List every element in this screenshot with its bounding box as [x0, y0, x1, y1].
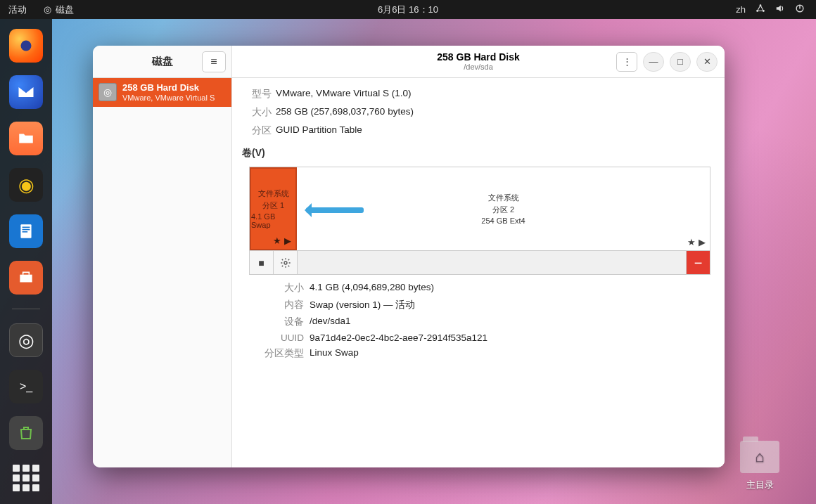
detail-device-value: /dev/sda1 — [310, 316, 710, 328]
size-value: 258 GB (257,698,037,760 bytes) — [276, 106, 710, 119]
system-tray: zh — [736, 4, 816, 15]
volume-toolbar: ■ − — [250, 250, 710, 274]
volumes-box: 文件系统 分区 1 4.1 GB Swap ★▶ 文件系统 分区 2 254 G… — [249, 167, 710, 275]
size-label: 大小 — [241, 106, 272, 119]
disks-sidebar: 磁盘 ≡ ◎ 258 GB Hard Disk VMware, VMware V… — [93, 46, 232, 467]
top-bar: 活动 ◎ 磁盘 6月6日 16：10 zh — [0, 0, 816, 19]
svg-point-9 — [284, 261, 287, 264]
folder-icon: ⌂ — [740, 441, 779, 473]
model-label: 型号 — [241, 88, 272, 101]
home-icon: ⌂ — [755, 448, 764, 466]
delete-partition-button[interactable]: − — [686, 251, 710, 274]
sidebar-disk-item[interactable]: ◎ 258 GB Hard Disk VMware, VMware Virtua… — [93, 78, 231, 107]
drive-info: 型号 VMware, VMware Virtual S (1.0) 大小 258… — [241, 88, 710, 137]
detail-size-value: 4.1 GB (4,094,689,280 bytes) — [310, 282, 710, 295]
drive-menu-button[interactable]: ⋮ — [616, 52, 637, 72]
vol-swap-l1: 文件系统 — [258, 188, 289, 199]
detail-device-label: 设备 — [249, 316, 304, 328]
vol-ext4-l2: 分区 2 — [492, 205, 514, 215]
svg-rect-6 — [23, 227, 30, 228]
dock-trash[interactable] — [9, 416, 43, 450]
disks-window: 磁盘 ≡ ◎ 258 GB Hard Disk VMware, VMware V… — [93, 46, 725, 467]
annotation-arrow — [306, 207, 364, 213]
play-icon: ▶ — [284, 235, 291, 246]
dock-files[interactable] — [9, 122, 43, 155]
desktop-home-label: 主目录 — [732, 479, 788, 491]
main-content: 型号 VMware, VMware Virtual S (1.0) 大小 258… — [232, 78, 725, 467]
header-subtitle: /dev/sda — [437, 63, 520, 72]
main-panel: 258 GB Hard Disk /dev/sda ⋮ — □ ✕ 型号 VMw… — [232, 46, 725, 467]
dock-show-apps[interactable] — [13, 465, 39, 491]
dock-firefox[interactable] — [9, 29, 43, 63]
partitioning-value: GUID Partition Table — [276, 124, 710, 137]
svg-rect-7 — [23, 229, 30, 231]
app-menu[interactable]: ◎ 磁盘 — [35, 4, 82, 16]
svg-point-4 — [21, 41, 32, 51]
dock-disks[interactable]: ◎ — [9, 323, 43, 357]
volume-icon[interactable] — [775, 4, 785, 15]
vol-ext4-l1: 文件系统 — [488, 193, 519, 203]
input-method[interactable]: zh — [736, 4, 746, 15]
detail-type-label: 分区类型 — [249, 347, 304, 360]
vol-ext4-l3: 254 GB Ext4 — [481, 217, 525, 225]
volume-swap-partition[interactable]: 文件系统 分区 1 4.1 GB Swap ★▶ — [250, 167, 297, 250]
dock-thunderbird[interactable] — [9, 75, 43, 109]
hamburger-menu-button[interactable]: ≡ — [202, 51, 226, 72]
detail-size-label: 大小 — [249, 282, 304, 295]
network-icon[interactable] — [756, 4, 765, 15]
volume-detail: 大小 4.1 GB (4,094,689,280 bytes) 内容 Swap … — [249, 282, 710, 360]
detail-type-value: Linux Swap — [310, 347, 710, 360]
sidebar-header: 磁盘 ≡ — [93, 46, 231, 78]
model-value: VMware, VMware Virtual S (1.0) — [276, 88, 710, 101]
header-title: 258 GB Hard Disk — [437, 51, 520, 63]
detail-uuid-label: UUID — [249, 332, 304, 343]
volumes-section-title: 卷(V) — [242, 147, 710, 160]
hard-disk-icon: ◎ — [98, 83, 117, 101]
vol-swap-l3: 4.1 GB Swap — [251, 212, 295, 229]
dock-rhythmbox[interactable]: ◉ — [9, 168, 43, 202]
activities-button[interactable]: 活动 — [0, 4, 35, 16]
dock-libreoffice-writer[interactable] — [9, 214, 43, 248]
desktop-home-folder[interactable]: ⌂ 主目录 — [732, 441, 788, 491]
maximize-button[interactable]: □ — [670, 52, 691, 72]
play-icon: ▶ — [699, 237, 706, 247]
dock-ubuntu-software[interactable] — [9, 261, 43, 295]
disk-item-sub: VMware, VMware Virtual S — [122, 93, 215, 103]
vol-swap-l2: 分区 1 — [262, 200, 284, 211]
clock[interactable]: 6月6日 16：10 — [378, 4, 438, 16]
dock-separator — [12, 309, 40, 309]
power-icon[interactable] — [795, 4, 805, 15]
app-menu-label: 磁盘 — [56, 4, 74, 16]
close-button[interactable]: ✕ — [696, 52, 718, 72]
disk-icon: ◎ — [44, 4, 51, 15]
detail-content-value: Swap (version 1) — 活动 — [310, 299, 710, 311]
dock: ◉ ◎ >_ — [0, 19, 52, 504]
main-header: 258 GB Hard Disk /dev/sda ⋮ — □ ✕ — [232, 46, 725, 78]
detail-uuid-value: 9a71d4e2-0ec2-4bc2-aee7-2914f535a121 — [310, 332, 710, 343]
sidebar-title: 磁盘 — [152, 55, 173, 68]
unmount-button[interactable]: ■ — [250, 251, 274, 274]
volume-settings-button[interactable] — [274, 251, 298, 274]
minimize-button[interactable]: — — [643, 52, 664, 72]
toolbar-spacer — [298, 251, 686, 274]
star-icon: ★ — [273, 235, 281, 246]
star-icon: ★ — [687, 237, 696, 247]
disk-item-name: 258 GB Hard Disk — [122, 82, 215, 93]
partitioning-label: 分区 — [241, 124, 272, 137]
dock-terminal[interactable]: >_ — [9, 370, 43, 403]
svg-rect-8 — [23, 231, 28, 233]
detail-content-label: 内容 — [249, 299, 304, 311]
